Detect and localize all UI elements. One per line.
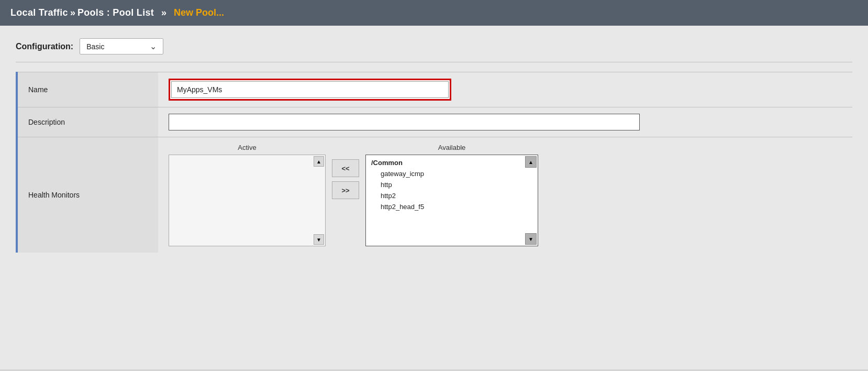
transfer-left-button[interactable]: << [332, 159, 359, 177]
breadcrumb-sep1: » [70, 7, 75, 18]
active-scroll-up-button[interactable]: ▲ [314, 156, 324, 167]
list-item[interactable]: /Common [366, 157, 538, 168]
breadcrumb-current: New Pool... [174, 7, 224, 18]
breadcrumb-sep2: » [156, 7, 172, 18]
name-input[interactable] [171, 81, 449, 98]
active-listbox-container: Active ▲ ▼ [169, 144, 326, 246]
available-listbox-container: Available ▲ /Common gateway_icmp http ht… [365, 144, 538, 246]
form-table: Name Description Health Monitors Active [16, 72, 852, 253]
transfer-buttons: << >> [326, 159, 365, 199]
chevron-down-icon: ⌄ [150, 41, 157, 51]
list-item[interactable]: http [366, 179, 538, 190]
active-header: Active [238, 144, 256, 151]
name-row: Name [17, 72, 852, 107]
available-listbox[interactable]: ▲ /Common gateway_icmp http http2 http2_… [365, 155, 538, 246]
health-monitors-cell: Active ▲ ▼ << >> Available [158, 137, 852, 253]
configuration-row: Configuration: Basic ⌄ [16, 38, 852, 62]
name-label: Name [17, 72, 158, 107]
main-content: Configuration: Basic ⌄ Name Description … [0, 26, 868, 369]
active-listbox-content [169, 155, 325, 159]
available-scroll-up-button[interactable]: ▲ [525, 156, 537, 168]
active-scroll-down-button[interactable]: ▼ [314, 234, 324, 245]
transfer-right-button[interactable]: >> [332, 181, 359, 199]
available-items-list: /Common gateway_icmp http http2 http2_he… [366, 155, 538, 212]
configuration-select-value: Basic [86, 42, 144, 51]
breadcrumb-part1: Local Traffic [10, 7, 68, 18]
health-monitors-label: Health Monitors [17, 137, 158, 253]
configuration-select[interactable]: Basic ⌄ [80, 38, 163, 54]
description-row: Description [17, 107, 852, 137]
active-listbox[interactable]: ▲ ▼ [169, 155, 326, 246]
available-scroll-down-button[interactable]: ▼ [525, 233, 537, 245]
list-item[interactable]: gateway_icmp [366, 168, 538, 179]
header-bar: Local Traffic » Pools : Pool List » New … [0, 0, 868, 26]
available-header: Available [438, 144, 466, 151]
name-input-cell [158, 72, 852, 107]
health-monitors-row: Health Monitors Active ▲ ▼ << [17, 137, 852, 253]
name-input-highlight [169, 79, 451, 101]
configuration-label: Configuration: [16, 42, 73, 51]
description-input[interactable] [169, 114, 640, 130]
breadcrumb-part2: Pools : Pool List [77, 7, 154, 18]
description-input-cell [158, 107, 852, 137]
list-item[interactable]: http2_head_f5 [366, 201, 538, 212]
monitors-layout: Active ▲ ▼ << >> Available [169, 144, 842, 246]
list-item[interactable]: http2 [366, 190, 538, 201]
description-label: Description [17, 107, 158, 137]
